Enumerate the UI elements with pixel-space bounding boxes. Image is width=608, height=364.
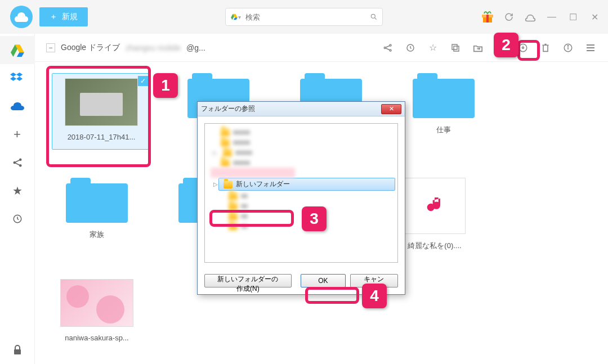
dropdown-icon: ▾ <box>238 14 241 20</box>
app-logo <box>10 6 33 28</box>
file-item[interactable]: 家族 <box>52 178 142 251</box>
breadcrumb-service: Google ドライブ <box>61 43 120 53</box>
file-label: 綺麗な私を(0).... <box>408 241 461 251</box>
tb-download-icon[interactable] <box>517 42 529 54</box>
new-folder-button[interactable]: 新しいフォルダーの作成(N) <box>204 274 292 287</box>
tree-item[interactable]: ▷xxxxx <box>218 147 395 158</box>
svg-point-18 <box>384 47 386 48</box>
drive-icon <box>230 13 238 21</box>
new-button-label: 新規 <box>62 12 78 22</box>
sidebar-item-history[interactable] <box>0 205 35 233</box>
music-doc-icon <box>404 178 466 234</box>
plus-icon: ＋ <box>50 12 57 22</box>
sidebar-item-star[interactable]: ★ <box>0 177 35 205</box>
sidebar-item-google-drive[interactable] <box>0 36 35 64</box>
folder-icon <box>66 178 128 223</box>
svg-marker-9 <box>16 52 24 57</box>
sidebar-item-onedrive[interactable] <box>0 92 35 120</box>
svg-point-3 <box>371 14 375 18</box>
dialog-title: フォルダーの参照 <box>201 104 255 114</box>
tb-history-icon[interactable] <box>404 42 417 54</box>
search-input[interactable] <box>245 13 365 21</box>
file-item[interactable]: naniwa-sakura-sp... <box>52 279 142 342</box>
breadcrumb-account-blurred: zhangxu mobile <box>126 43 181 52</box>
file-label: 仕事 <box>436 125 451 135</box>
svg-rect-17 <box>14 349 21 354</box>
svg-point-20 <box>390 50 391 51</box>
file-toolbar: ☆ <box>382 42 597 54</box>
tree-item[interactable] <box>211 168 295 178</box>
new-button[interactable]: ＋ 新規 <box>39 7 88 26</box>
dialog-close-button[interactable]: ✕ <box>381 104 401 114</box>
image-thumb <box>65 78 138 126</box>
tree-item-label: 新しいフォルダー <box>236 179 290 189</box>
file-label: naniwa-sakura-sp... <box>65 334 128 342</box>
breadcrumb-suffix: @g... <box>186 43 205 52</box>
svg-rect-24 <box>452 44 457 50</box>
file-item-selected[interactable]: ✓ 2018-07-11_17h41... <box>52 73 151 150</box>
tb-move-icon[interactable] <box>472 42 484 54</box>
maximize-icon[interactable]: ☐ <box>565 9 581 25</box>
cloud-sync-icon[interactable] <box>522 9 538 25</box>
tree-item[interactable]: xxxxx <box>218 137 395 147</box>
tb-more-icon[interactable] <box>584 42 597 54</box>
folder-browse-dialog: フォルダーの参照 ✕ xxxxx xxxxx ▷xxxxx xxxxx ▷新しい… <box>197 101 405 295</box>
sidebar: + ★ <box>0 34 35 364</box>
sidebar-item-add[interactable]: + <box>0 120 35 149</box>
tree-item[interactable]: xx <box>226 191 395 201</box>
tb-trash-icon[interactable] <box>539 42 552 54</box>
gift-icon[interactable] <box>480 9 495 25</box>
svg-point-29 <box>567 45 569 46</box>
svg-line-4 <box>375 18 377 20</box>
folder-tree[interactable]: xxxxx xxxxx ▷xxxxx xxxxx ▷新しいフォルダー xx xx… <box>204 123 398 263</box>
sidebar-item-share[interactable] <box>0 149 35 177</box>
svg-marker-1 <box>234 17 238 20</box>
callout-number-1: 1 <box>153 73 178 98</box>
tree-item[interactable]: xxxxx <box>218 158 395 168</box>
svg-rect-25 <box>454 46 459 51</box>
close-window-icon[interactable]: ✕ <box>587 9 602 25</box>
file-item[interactable]: 仕事 <box>399 73 489 150</box>
tb-info-icon[interactable] <box>562 42 574 54</box>
search-box[interactable]: ▾ <box>225 8 383 26</box>
tb-star-icon[interactable]: ☆ <box>427 42 439 54</box>
file-label: 2018-07-11_17h41... <box>68 133 136 141</box>
svg-rect-7 <box>486 15 489 23</box>
check-icon: ✓ <box>138 76 148 86</box>
callout-number-2: 2 <box>494 33 518 57</box>
tb-copy-icon[interactable] <box>449 42 462 54</box>
callout-number-4: 4 <box>362 284 387 308</box>
sidebar-item-dropbox[interactable] <box>0 64 35 92</box>
sidebar-item-lock[interactable] <box>0 336 35 364</box>
svg-point-19 <box>390 44 391 46</box>
search-icon <box>370 13 378 21</box>
svg-line-22 <box>386 48 390 50</box>
ok-button[interactable]: OK <box>301 274 346 287</box>
collapse-button[interactable]: − <box>46 43 55 52</box>
file-label: 家族 <box>90 230 104 240</box>
folder-icon <box>413 73 475 118</box>
tb-share-icon[interactable] <box>382 42 394 54</box>
breadcrumb-bar: − Google ドライブ zhangxu mobile @g... ☆ <box>35 34 608 62</box>
callout-number-3: 3 <box>302 206 327 231</box>
refresh-icon[interactable] <box>501 9 517 25</box>
tree-item-selected[interactable]: ▷新しいフォルダー <box>218 178 395 191</box>
tree-item[interactable]: xxxxx <box>218 127 395 137</box>
top-bar: ＋ 新規 ▾ — ☐ ✕ <box>0 0 608 34</box>
svg-line-14 <box>15 160 20 163</box>
sakura-thumb <box>60 279 133 327</box>
dialog-title-bar[interactable]: フォルダーの参照 ✕ <box>198 102 405 116</box>
svg-line-21 <box>386 46 390 47</box>
svg-line-15 <box>15 163 20 165</box>
minimize-icon[interactable]: — <box>544 9 560 25</box>
